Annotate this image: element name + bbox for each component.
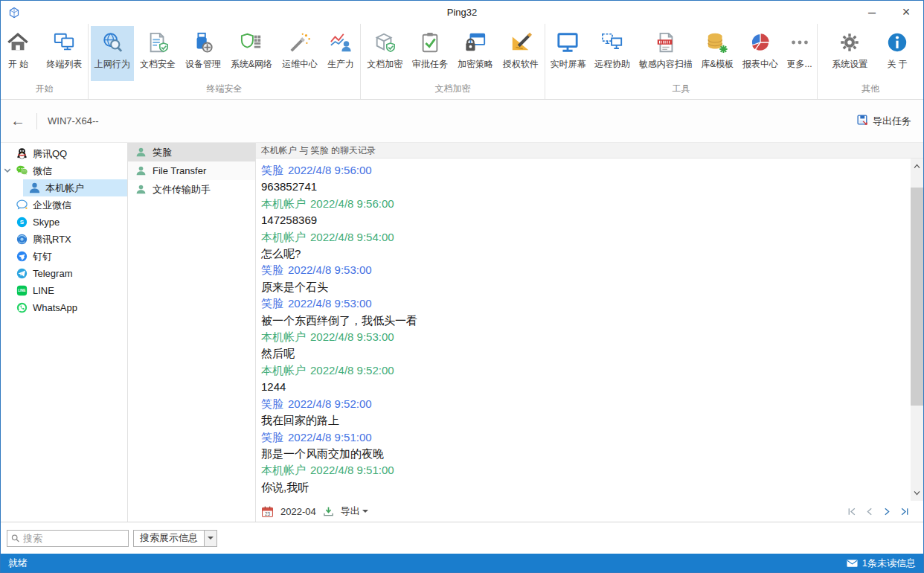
- ribbon-button-label: 设备管理: [185, 58, 221, 71]
- user-green-icon: [135, 165, 147, 176]
- ribbon-report-center-button[interactable]: 报表中心: [739, 26, 782, 81]
- more-icon: [788, 31, 812, 54]
- ribbon-sys-settings-button[interactable]: 系统设置: [828, 26, 871, 81]
- ribbon-group: 开 始终端列表开始: [1, 24, 89, 99]
- ribbon-encrypt-policy-button[interactable]: 加密策略: [454, 26, 497, 81]
- sidebar-item-4[interactable]: 企业微信: [1, 196, 127, 214]
- user-blue-icon: [28, 182, 41, 194]
- message-time: 2022/4/8 9:52:00: [288, 397, 372, 410]
- message-sender: 本机帐户: [261, 231, 306, 243]
- ribbon-licensed-sw-button[interactable]: 授权软件: [499, 26, 542, 81]
- ribbon-group-buttons: 系统设置关 于: [818, 24, 923, 81]
- ribbon-approval-button[interactable]: 审批任务: [408, 26, 452, 81]
- ribbon-more-button[interactable]: 更多...: [783, 26, 816, 81]
- filter-dropdown-button[interactable]: [204, 531, 216, 546]
- calendar-icon[interactable]: 23: [261, 505, 274, 518]
- ribbon-group-label: 其他: [818, 81, 923, 99]
- search-bar: 搜索展示信息: [1, 522, 923, 554]
- search-input-box[interactable]: [7, 530, 129, 547]
- contact-item-label: File Transfer: [153, 165, 206, 176]
- sidebar-item-6[interactable]: 腾讯RTX: [1, 231, 127, 248]
- message-time: 2022/4/8 9:53:00: [288, 263, 372, 276]
- sidebar-item-label: WhatsApp: [33, 302, 77, 313]
- message-text: 然后呢: [261, 345, 904, 362]
- ribbon-ops-center-button[interactable]: 运维中心: [278, 26, 321, 81]
- contact-item-label: 文件传输助手: [153, 183, 211, 196]
- chat-scrollbar[interactable]: [911, 159, 923, 501]
- message-header: 笑脸2022/4/8 9:53:00: [261, 262, 904, 278]
- ribbon-button-label: 更多...: [787, 58, 812, 71]
- sidebar-item-5[interactable]: SSkype: [1, 214, 127, 231]
- ribbon-realtime-screen-button[interactable]: 实时屏幕: [546, 26, 589, 81]
- ribbon-terminal-list-button[interactable]: 终端列表: [42, 26, 86, 81]
- scroll-up-button[interactable]: [911, 160, 923, 173]
- page-last-button[interactable]: [900, 507, 910, 516]
- chat-panel: 本机帐户 与 笑脸 的聊天记录 笑脸2022/4/8 9:56:00963852…: [256, 143, 923, 522]
- licensed-sw-icon: [509, 31, 533, 54]
- message-text: 我在回家的路上: [261, 412, 904, 429]
- ribbon-sys-network-button[interactable]: 系统&网络: [227, 26, 276, 81]
- sidebar-item-3[interactable]: 本机帐户: [1, 179, 127, 196]
- contact-item-2[interactable]: File Transfer: [128, 161, 255, 180]
- ribbon-device-mgmt-button[interactable]: 设备管理: [182, 26, 225, 81]
- export-task-button[interactable]: 导出任务: [856, 114, 911, 129]
- unread-text: 1条未读信息: [862, 557, 916, 570]
- ribbon-about-button[interactable]: 关 于: [882, 26, 913, 81]
- message-time: 2022/4/8 9:54:00: [310, 231, 394, 243]
- close-button[interactable]: ×: [889, 1, 923, 24]
- sidebar-item-label: 腾讯QQ: [33, 147, 67, 161]
- mail-icon: [847, 559, 858, 568]
- search-input[interactable]: [23, 533, 123, 544]
- message-sender: 本机帐户: [261, 197, 306, 210]
- line-icon: LINE: [16, 284, 28, 297]
- page-prev-button[interactable]: [864, 507, 874, 516]
- sidebar-item-2[interactable]: 微信: [1, 162, 127, 179]
- page-first-button[interactable]: [847, 507, 856, 516]
- chat-messages: 笑脸2022/4/8 9:56:00963852741本机帐户2022/4/8 …: [256, 159, 923, 501]
- ribbon-sensitive-scan-button[interactable]: 敏感内容扫描: [635, 26, 696, 81]
- qq-icon: [16, 147, 28, 160]
- svg-text:S: S: [20, 219, 24, 225]
- month-label[interactable]: 2022-04: [280, 506, 316, 517]
- sidebar-item-9[interactable]: LINELINE: [1, 282, 127, 299]
- scroll-down-button[interactable]: [911, 487, 923, 499]
- ribbon-button-label: 文档安全: [140, 58, 176, 71]
- ribbon-button-label: 上网行为: [94, 58, 130, 71]
- sidebar-item-7[interactable]: 钉钉: [1, 248, 127, 265]
- message-header: 本机帐户2022/4/8 9:51:00: [261, 462, 904, 478]
- terminal-list-icon: [52, 31, 76, 54]
- search-icon: [10, 534, 20, 543]
- minimize-button[interactable]: –: [855, 1, 889, 24]
- sidebar-item-1[interactable]: 腾讯QQ: [1, 145, 127, 162]
- lib-template-icon: [705, 31, 729, 54]
- nav-bar: ← WIN7-X64-- 导出任务: [1, 100, 923, 143]
- scroll-thumb[interactable]: [911, 188, 923, 406]
- page-next-button[interactable]: [882, 507, 892, 516]
- sidebar-item-label: 本机帐户: [45, 182, 84, 195]
- ribbon-home-button[interactable]: 开 始: [2, 26, 33, 81]
- ribbon-doc-encrypt-button[interactable]: 文档加密: [363, 26, 406, 81]
- ribbon-web-behavior-button[interactable]: 上网行为: [91, 26, 134, 81]
- contact-item-label: 笑脸: [153, 146, 172, 159]
- export-button[interactable]: 导出: [341, 505, 368, 518]
- sidebar-item-8[interactable]: Telegram: [1, 265, 127, 282]
- sys-settings-icon: [838, 31, 862, 54]
- filter-combo[interactable]: 搜索展示信息: [133, 530, 217, 547]
- unread-message[interactable]: 1条未读信息: [847, 557, 916, 570]
- telegram-icon: [16, 267, 28, 280]
- contact-item-3[interactable]: 文件传输助手: [128, 180, 255, 199]
- status-text: 就绪: [8, 557, 28, 570]
- ribbon-group: 实时屏幕远程协助敏感内容扫描库&模板报表中心更多...工具: [545, 24, 818, 99]
- doc-encrypt-icon: [373, 31, 397, 54]
- chevron-down-icon[interactable]: [3, 166, 12, 175]
- back-button[interactable]: ←: [1, 112, 35, 129]
- ribbon-lib-template-button[interactable]: 库&模板: [697, 26, 737, 81]
- wechat-icon: [16, 164, 28, 177]
- ribbon-doc-security-button[interactable]: 文档安全: [136, 26, 179, 81]
- message-header: 笑脸2022/4/8 9:56:00: [261, 162, 904, 179]
- contact-item-1[interactable]: 笑脸: [128, 143, 255, 161]
- ribbon-productivity-button[interactable]: 生产力: [324, 26, 358, 81]
- ribbon-remote-assist-button[interactable]: 远程协助: [591, 26, 634, 81]
- svg-text:23: 23: [265, 510, 271, 516]
- sidebar-item-10[interactable]: WhatsApp: [1, 299, 127, 316]
